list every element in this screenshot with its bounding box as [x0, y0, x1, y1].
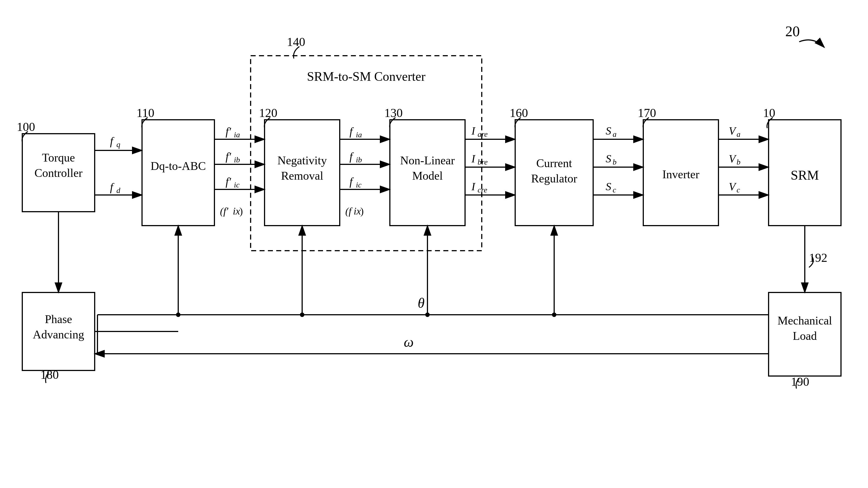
fib-prime-label: f′ [225, 150, 231, 163]
theta-label: θ [418, 295, 425, 311]
fib-prime-sub: ib [234, 155, 240, 164]
mechanical-load-label2: Load [793, 330, 817, 342]
nonlinear-model-label2: Model [412, 170, 443, 182]
fia-prime-sub: ia [234, 130, 240, 139]
ref-190: 190 [791, 375, 809, 389]
negativity-removal-label1: Negativity [277, 154, 327, 167]
inverter-label: Inverter [662, 168, 700, 181]
srm-to-sm-label: SRM-to-SM Converter [307, 69, 426, 84]
sa-sub: a [613, 130, 617, 139]
torque-controller-label1: Torque [42, 151, 75, 164]
theta-junction2 [300, 312, 304, 317]
current-regulator-label1: Current [536, 157, 572, 170]
omega-label: ω [404, 334, 413, 350]
theta-junction3 [425, 312, 430, 317]
iare-label: I [471, 124, 476, 137]
dq-to-abc-label: Dq-to-ABC [151, 160, 206, 173]
sc-label: S [606, 180, 611, 193]
fix-prime-sub: ix [233, 206, 240, 217]
negativity-removal-label2: Removal [281, 170, 323, 182]
ref-130: 130 [384, 106, 403, 120]
vc-sub: c [737, 185, 740, 194]
ref-160: 160 [509, 106, 528, 120]
fix-prime-paren: ) [240, 206, 243, 217]
diagram-container: 20 Torque Controller 100 Dq-to-ABC 110 [0, 0, 868, 488]
ref-180: 180 [40, 368, 59, 382]
ref-170: 170 [638, 106, 656, 120]
ref-110: 110 [136, 106, 154, 120]
fic-prime-label: f′ [225, 175, 231, 188]
fic-sub: ic [356, 181, 362, 189]
fia-prime-label: f′ [225, 125, 231, 138]
svg-rect-0 [0, 0, 868, 488]
phase-advancing-label1: Phase [45, 313, 72, 326]
iare-sub: are [477, 130, 488, 139]
theta-junction4 [552, 312, 556, 317]
fic-prime-sub: ic [234, 181, 240, 189]
ref-100: 100 [17, 120, 35, 134]
fib-sub: ib [356, 155, 362, 164]
fia-sub: ia [356, 130, 362, 139]
ibre-sub: bre [477, 158, 488, 166]
fix-paren: ) [360, 206, 364, 217]
icre-label: I [471, 180, 476, 193]
mechanical-load-label1: Mechanical [777, 314, 832, 327]
sa-label: S [606, 124, 611, 137]
ref-20-label: 20 [785, 23, 800, 39]
nonlinear-model-label1: Non-Linear [400, 154, 455, 167]
vb-sub: b [737, 158, 740, 166]
theta-junction1 [176, 312, 181, 317]
fix-sub: ix [354, 206, 361, 217]
current-regulator-label2: Regulator [531, 172, 577, 185]
va-sub: a [737, 130, 740, 139]
ref-10: 10 [763, 106, 775, 120]
srm-label: SRM [790, 168, 819, 182]
ref-120: 120 [259, 106, 277, 120]
fix-prime-label: (f′ [220, 206, 229, 217]
sb-label: S [606, 152, 611, 165]
ref-192: 192 [809, 251, 827, 265]
ibre-label: I [471, 152, 476, 165]
dq-to-abc-block [142, 120, 214, 225]
sc-sub: c [613, 185, 616, 194]
phase-advancing-label2: Advancing [33, 328, 84, 341]
fq-sub: q [116, 140, 120, 149]
ref-140: 140 [287, 35, 305, 49]
sb-sub: b [613, 158, 617, 166]
icre-sub: cre [477, 185, 487, 194]
fd-sub: d [116, 186, 121, 195]
torque-controller-label2: Controller [34, 166, 83, 179]
